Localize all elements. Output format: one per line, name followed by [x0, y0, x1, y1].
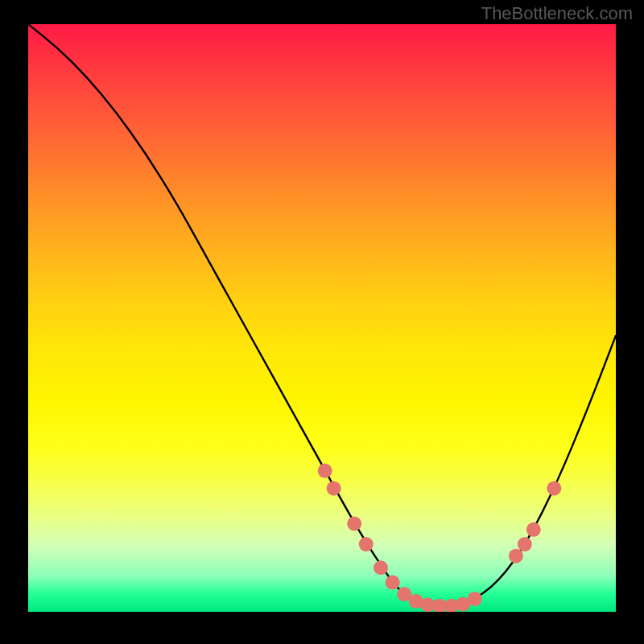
data-marker — [526, 522, 541, 537]
data-marker — [547, 481, 561, 496]
data-marker — [386, 576, 400, 590]
curve-line — [28, 24, 616, 606]
data-marker — [327, 481, 341, 496]
data-marker — [518, 537, 532, 551]
chart-svg — [28, 24, 616, 612]
data-markers — [318, 464, 562, 612]
data-marker — [318, 464, 332, 478]
data-marker — [347, 517, 361, 531]
data-marker — [374, 560, 388, 575]
data-marker — [509, 549, 523, 564]
data-marker — [468, 592, 482, 606]
data-marker — [359, 537, 374, 551]
plot-area — [28, 24, 616, 612]
watermark-text: TheBottleneck.com — [481, 3, 633, 24]
